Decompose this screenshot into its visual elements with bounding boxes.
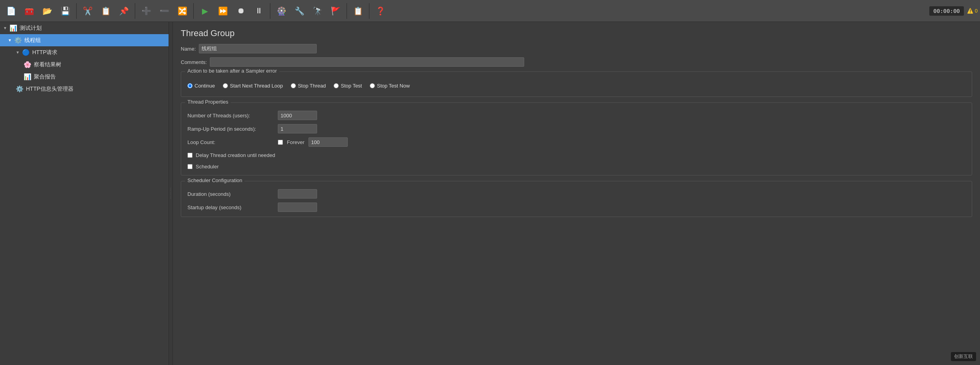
cut-button[interactable]: ✂️	[79, 2, 96, 20]
separator-5	[347, 3, 347, 19]
aggregate-report-icon: 📊	[24, 73, 31, 80]
name-row: Name:	[181, 44, 972, 53]
results-tree-icon: 🌸	[24, 61, 31, 68]
duration-label: Duration (seconds)	[187, 191, 274, 197]
sidebar-item-http-header-manager[interactable]: ⚙️ HTTP信息头管理器	[0, 83, 169, 95]
loop-count-label: Loop Count:	[187, 139, 274, 145]
sidebar-item-aggregate-report[interactable]: 📊 聚合报告	[0, 71, 169, 83]
copy-button[interactable]: 📋	[97, 2, 114, 20]
forever-checkbox[interactable]	[278, 140, 283, 145]
watermark: 创新互联	[951, 352, 976, 361]
stop-button[interactable]: ⏺	[232, 2, 250, 20]
delay-thread-checkbox[interactable]	[187, 153, 193, 158]
radio-stop-test-now-label: Stop Test Now	[377, 83, 410, 89]
radio-start-next[interactable]: Start Next Thread Loop	[223, 83, 283, 89]
add-button[interactable]: ➕	[138, 2, 155, 20]
radio-stop-test-now-input[interactable]	[370, 83, 375, 88]
rampup-row: Ramp-Up Period (in seconds):	[187, 124, 965, 133]
remove-button[interactable]: ➖	[156, 2, 173, 20]
comments-label: Comments:	[181, 59, 207, 65]
duration-input[interactable]	[278, 189, 317, 199]
loop-count-row: Loop Count: Forever	[187, 137, 965, 147]
help-tools-button[interactable]: 🎡	[273, 2, 290, 20]
help-button[interactable]: ❓	[372, 2, 389, 20]
radio-stop-thread-input[interactable]	[291, 83, 296, 88]
startup-delay-input[interactable]	[278, 203, 317, 212]
paste-button[interactable]: 📌	[115, 2, 132, 20]
warning-badge: ⚠️ 0	[967, 8, 978, 14]
arrow-icon: ▼	[3, 26, 7, 30]
sidebar-item-label: HTTP请求	[32, 49, 58, 56]
sampler-error-title: Action to be taken after a Sampler error	[185, 68, 279, 74]
start-no-pause-button[interactable]: ⏩	[214, 2, 231, 20]
radio-stop-test[interactable]: Stop Test	[334, 83, 362, 89]
radio-stop-test-now[interactable]: Stop Test Now	[370, 83, 410, 89]
num-threads-label: Number of Threads (users):	[187, 113, 274, 119]
separator-2	[135, 3, 135, 19]
start-button[interactable]: ▶	[196, 2, 213, 20]
sidebar-item-thread-group[interactable]: ▼ ⚙️ 线程组	[0, 34, 169, 46]
list-button[interactable]: 📋	[349, 2, 367, 20]
radio-stop-test-label: Stop Test	[341, 83, 362, 89]
sidebar-item-results-tree[interactable]: 🌸 察看结果树	[0, 58, 169, 71]
timer-display: 00:00:00	[929, 6, 963, 16]
sidebar: ▼ 📊 测试计划 ▼ ⚙️ 线程组 ▼ 🔵 HTTP请求 🌸 察看结果树 📊 聚…	[0, 22, 169, 365]
new-button[interactable]: 📄	[2, 2, 20, 20]
sidebar-item-label: 测试计划	[20, 25, 42, 32]
scheduler-checkbox[interactable]	[187, 164, 193, 169]
test-plan-icon: 📊	[9, 24, 17, 32]
more-tools-button[interactable]: 🔧	[291, 2, 308, 20]
binoculars-button[interactable]: 🔭	[309, 2, 326, 20]
sidebar-item-test-plan[interactable]: ▼ 📊 测试计划	[0, 22, 169, 34]
thread-group-icon: ⚙️	[14, 36, 22, 44]
radio-continue-label: Continue	[195, 83, 215, 89]
http-header-icon: ⚙️	[16, 85, 24, 93]
num-threads-row: Number of Threads (users):	[187, 111, 965, 120]
clear-button[interactable]: 🚩	[327, 2, 344, 20]
radio-start-next-input[interactable]	[223, 83, 228, 88]
separator-1	[76, 3, 77, 19]
thread-properties-section: Thread Properties Number of Threads (use…	[181, 102, 972, 175]
open-template-button[interactable]: 🧰	[20, 2, 38, 20]
delay-thread-label: Delay Thread creation until needed	[196, 152, 275, 158]
radio-continue[interactable]: Continue	[187, 83, 215, 89]
scheduler-label: Scheduler	[196, 164, 219, 170]
comments-input[interactable]	[210, 57, 524, 67]
save-button[interactable]: 💾	[57, 2, 74, 20]
sidebar-item-label: 聚合报告	[34, 73, 56, 80]
thread-properties-title: Thread Properties	[185, 99, 231, 105]
separator-4	[270, 3, 270, 19]
loop-count-input[interactable]	[308, 137, 348, 147]
warning-icon: ⚠️	[967, 8, 973, 14]
radio-stop-thread-label: Stop Thread	[298, 83, 326, 89]
radio-continue-input[interactable]	[187, 83, 193, 88]
arrow-icon: ▼	[8, 38, 12, 42]
toggle-button[interactable]: 🔀	[174, 2, 191, 20]
sidebar-item-http-request[interactable]: ▼ 🔵 HTTP请求	[0, 46, 169, 58]
scheduler-config-title: Scheduler Configuration	[185, 177, 244, 183]
delay-thread-row: Delay Thread creation until needed	[187, 152, 965, 158]
forever-label: Forever	[287, 139, 305, 145]
rampup-input[interactable]	[278, 124, 317, 133]
radio-group: Continue Start Next Thread Loop Stop Thr…	[187, 80, 965, 92]
rampup-label: Ramp-Up Period (in seconds):	[187, 126, 274, 132]
sampler-error-section: Action to be taken after a Sampler error…	[181, 71, 972, 97]
content-panel: Thread Group Name: Comments: Action to b…	[173, 22, 980, 365]
name-input[interactable]	[199, 44, 317, 53]
comments-row: Comments:	[181, 57, 972, 67]
name-label: Name:	[181, 46, 196, 52]
scheduler-row: Scheduler	[187, 164, 965, 170]
radio-start-next-label: Start Next Thread Loop	[230, 83, 283, 89]
open-button[interactable]: 📂	[39, 2, 56, 20]
num-threads-input[interactable]	[278, 111, 317, 120]
separator-6	[369, 3, 369, 19]
sidebar-item-label: 线程组	[24, 37, 41, 44]
radio-stop-thread[interactable]: Stop Thread	[291, 83, 326, 89]
sidebar-item-label: HTTP信息头管理器	[26, 86, 73, 93]
sidebar-item-label: 察看结果树	[34, 61, 61, 68]
shutdown-button[interactable]: ⏸	[250, 2, 268, 20]
radio-stop-test-input[interactable]	[334, 83, 339, 88]
arrow-icon: ▼	[16, 50, 20, 55]
main-layout: ▼ 📊 测试计划 ▼ ⚙️ 线程组 ▼ 🔵 HTTP请求 🌸 察看结果树 📊 聚…	[0, 22, 980, 365]
sidebar-drag-handle[interactable]: ⋮ ⋮ ⋮	[169, 22, 173, 365]
